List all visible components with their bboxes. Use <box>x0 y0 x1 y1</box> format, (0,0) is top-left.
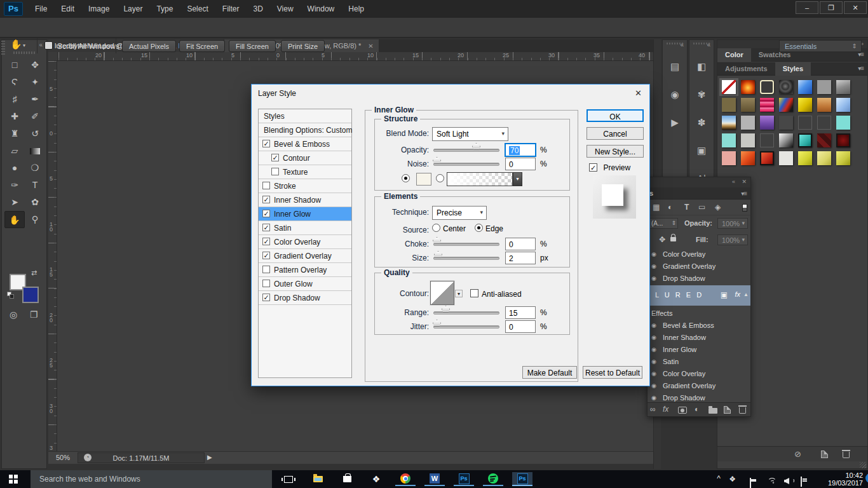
anti-aliased-checkbox[interactable]: ✓ <box>470 289 478 297</box>
style-checkbox[interactable]: ✓ <box>262 238 270 245</box>
style-swatch[interactable] <box>836 116 850 130</box>
noise-field[interactable]: 0 <box>505 158 536 170</box>
size-slider-thumb[interactable] <box>434 251 442 258</box>
style-swatch[interactable] <box>779 151 793 165</box>
noise-slider-thumb[interactable] <box>433 157 441 164</box>
style-swatch[interactable] <box>798 151 812 165</box>
tool-button[interactable]: ✦ <box>25 74 45 91</box>
taskbar-search-input[interactable]: Search the web and Windows <box>31 470 272 488</box>
background-color-swatch[interactable] <box>22 287 39 303</box>
properties-panel-icon[interactable]: ◧ <box>689 61 714 72</box>
tool-button[interactable]: ⚲ <box>25 211 45 228</box>
visibility-eye-icon[interactable]: ◉ <box>651 251 656 257</box>
document-info[interactable]: Doc: 1.17M/11.5M <box>78 452 205 463</box>
style-swatch[interactable] <box>722 80 736 94</box>
close-panel-icon[interactable]: ✕ <box>742 179 747 185</box>
style-swatch[interactable] <box>817 116 831 130</box>
style-checkbox[interactable]: ✓ <box>262 266 270 273</box>
tool-button[interactable]: ▱ <box>4 142 25 159</box>
zoom-level[interactable]: 50% <box>56 454 70 461</box>
close-tab-icon[interactable]: ✕ <box>368 43 373 50</box>
fit-screen-button[interactable]: Fit Screen <box>179 40 225 52</box>
styles-list-item[interactable]: ✓ Bevel & Emboss <box>259 137 351 151</box>
workspace-switcher[interactable]: Essentials ⇕ <box>779 40 862 52</box>
start-button[interactable] <box>9 475 18 484</box>
menu-item[interactable]: Edit <box>54 4 81 13</box>
styles-list-item[interactable]: ✓ Texture <box>259 165 351 179</box>
chrome-button[interactable] <box>395 472 416 486</box>
gradient-picker-arrow-icon[interactable]: ▾ <box>513 172 522 186</box>
visibility-eye-icon[interactable]: ◉ <box>651 322 656 329</box>
styles-list-item[interactable]: ✓ Gradient Overlay <box>259 249 351 263</box>
visibility-eye-icon[interactable]: ◉ <box>651 358 656 365</box>
styles-list-item[interactable]: ✓ Color Overlay <box>259 235 351 249</box>
tab-color[interactable]: Color <box>717 48 751 62</box>
layer-effect-row[interactable]: ◉ Inner Glow <box>648 344 750 356</box>
style-swatch[interactable] <box>817 98 831 112</box>
style-swatch[interactable] <box>836 80 850 94</box>
styles-list-item[interactable]: ✓ Inner Glow <box>259 207 351 221</box>
preview-checkbox[interactable]: ✓ <box>589 163 597 172</box>
history-panel-icon[interactable]: ▤ <box>663 61 687 72</box>
style-swatch[interactable] <box>741 151 755 165</box>
size-slider[interactable] <box>433 257 499 260</box>
style-swatch[interactable] <box>741 80 755 94</box>
new-style-icon[interactable] <box>821 451 828 458</box>
layer-effect-row[interactable]: ◉ Satin <box>648 356 750 368</box>
tool-button[interactable]: ✥ <box>25 57 45 74</box>
status-menu-arrow-icon[interactable]: ▶ <box>207 454 212 461</box>
contour-thumbnail[interactable] <box>430 281 454 305</box>
tool-button[interactable]: ➤ <box>4 194 25 211</box>
styles-list-item[interactable]: ✓ Stroke <box>259 179 351 193</box>
source-center-radio[interactable] <box>432 224 440 232</box>
gradient-source-radio[interactable] <box>436 174 444 182</box>
style-swatch[interactable] <box>817 151 831 165</box>
style-swatch[interactable] <box>722 116 736 130</box>
choke-slider[interactable] <box>433 243 499 246</box>
fx-badge-icon[interactable]: fx <box>735 290 740 298</box>
style-swatch[interactable] <box>760 80 774 94</box>
contour-picker-arrow-icon[interactable]: ▾ <box>455 290 463 297</box>
menu-item[interactable]: Help <box>341 4 371 13</box>
style-swatch[interactable] <box>779 116 793 130</box>
filter-smart-object-icon[interactable]: ◈ <box>715 203 721 212</box>
screen-mode-icon[interactable]: ❐ <box>30 309 38 320</box>
reset-to-default-button[interactable]: Reset to Default <box>583 366 642 379</box>
menu-item[interactable]: Window <box>301 4 342 13</box>
tab-adjustments[interactable]: Adjustments <box>717 62 775 76</box>
tool-button[interactable]: ✐ <box>25 108 45 125</box>
style-swatch[interactable] <box>741 116 755 130</box>
range-slider[interactable] <box>433 311 499 315</box>
clear-style-icon[interactable]: ⊘ <box>794 449 801 459</box>
choke-field[interactable]: 0 <box>505 238 536 250</box>
collapse-strip-icon[interactable]: « <box>707 41 710 48</box>
brush-presets-panel-icon[interactable]: ✾ <box>689 89 714 100</box>
style-swatch[interactable] <box>760 133 774 147</box>
lock-all-icon[interactable] <box>670 237 676 241</box>
filter-pixel-icon[interactable]: ▦ <box>653 203 660 212</box>
blend-mode-dropdown-partial[interactable]: (A... ⇕ <box>649 218 678 229</box>
styles-list-item[interactable]: ✓ Contour <box>259 151 351 165</box>
tool-button[interactable]: □ <box>4 57 25 74</box>
photoshop-button-1[interactable]: Ps <box>454 472 474 486</box>
style-swatch[interactable] <box>779 80 793 94</box>
style-checkbox[interactable]: ✓ <box>262 210 270 217</box>
visibility-eye-icon[interactable]: ◉ <box>651 395 656 401</box>
styles-list-item[interactable]: ✓ Styles <box>259 109 351 123</box>
noise-slider[interactable] <box>433 163 499 166</box>
clone-source-panel-icon[interactable]: ▣ <box>689 145 714 156</box>
menu-item[interactable]: Type <box>149 4 180 13</box>
dropbox-tray-icon[interactable]: ❖ <box>729 475 736 484</box>
color-wheel-panel-icon[interactable]: ◉ <box>663 89 687 100</box>
tool-button[interactable]: ♜ <box>4 125 25 142</box>
styles-list-item[interactable]: ✓ Outer Glow <box>259 277 351 291</box>
menu-item[interactable]: Select <box>180 4 215 13</box>
tool-button[interactable]: ✿ <box>25 194 45 211</box>
windows-store-button[interactable] <box>337 472 357 486</box>
new-style-button[interactable]: New Style... <box>587 145 644 158</box>
quick-mask-icon[interactable]: ◎ <box>10 309 17 320</box>
print-size-button[interactable]: Print Size <box>281 40 325 52</box>
tool-button[interactable]: T <box>25 177 45 194</box>
layer-effect-row[interactable]: ◉ Gradient Overlay <box>648 261 750 273</box>
collapse-tools-icon[interactable]: « <box>39 41 43 48</box>
